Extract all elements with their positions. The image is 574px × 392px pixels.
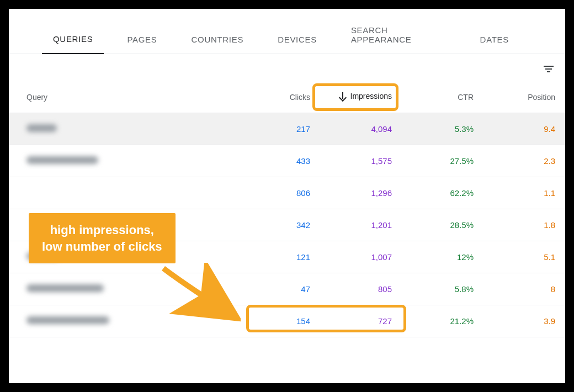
cell-query	[19, 124, 228, 134]
cell-clicks: 433	[228, 156, 310, 166]
cell-ctr: 27.5%	[392, 156, 474, 166]
cell-position: 3.9	[474, 316, 555, 326]
cell-ctr: 28.5%	[392, 220, 474, 230]
table-row[interactable]: 15472721.2%3.9	[9, 305, 565, 337]
cell-position: 1.1	[474, 188, 555, 198]
filter-icon[interactable]	[542, 62, 555, 76]
cell-impressions: 4,094	[310, 124, 392, 134]
tab-search-appearance[interactable]: SEARCH APPEARANCE	[340, 16, 457, 54]
col-header-query[interactable]: Query	[19, 93, 228, 102]
cell-clicks: 121	[228, 252, 310, 262]
arrow-down-icon	[338, 92, 347, 100]
cell-ctr: 5.8%	[392, 284, 474, 294]
cell-clicks: 342	[228, 220, 310, 230]
cell-impressions: 805	[310, 284, 392, 294]
redacted-query-text	[26, 124, 57, 132]
redacted-query-text	[26, 156, 98, 164]
cell-impressions: 727	[310, 316, 392, 326]
table-row[interactable]: 4331,57527.5%2.3	[9, 145, 565, 177]
cell-ctr: 5.3%	[392, 124, 474, 134]
cell-clicks: 154	[228, 316, 310, 326]
col-header-ctr[interactable]: CTR	[392, 93, 474, 102]
search-console-panel: QUERIES PAGES COUNTRIES DEVICES SEARCH A…	[9, 9, 565, 383]
dimension-tabs: QUERIES PAGES COUNTRIES DEVICES SEARCH A…	[9, 9, 565, 54]
cell-query	[19, 156, 228, 166]
filter-row	[9, 54, 565, 81]
table-header: Query Clicks Impressions CTR Position	[9, 81, 565, 113]
cell-position: 1.8	[474, 220, 555, 230]
cell-clicks: 217	[228, 124, 310, 134]
cell-position: 5.1	[474, 252, 555, 262]
tab-devices[interactable]: DEVICES	[267, 25, 328, 54]
tab-pages[interactable]: PAGES	[116, 25, 168, 54]
cell-ctr: 62.2%	[392, 188, 474, 198]
table-row[interactable]: 8061,29662.2%1.1	[9, 177, 565, 209]
cell-ctr: 21.2%	[392, 316, 474, 326]
cell-clicks: 806	[228, 188, 310, 198]
cell-position: 9.4	[474, 124, 555, 134]
table-row[interactable]: 478055.8%8	[9, 273, 565, 305]
tab-countries[interactable]: COUNTRIES	[180, 25, 255, 54]
col-header-impressions-label: Impressions	[350, 92, 392, 100]
col-header-impressions[interactable]: Impressions	[310, 92, 392, 102]
tab-queries[interactable]: QUERIES	[42, 25, 104, 54]
cell-position: 2.3	[474, 156, 555, 166]
cell-impressions: 1,575	[310, 156, 392, 166]
redacted-query-text	[26, 284, 104, 292]
annotation-arrow	[152, 263, 241, 324]
table-row[interactable]: 2174,0945.3%9.4	[9, 113, 565, 145]
cell-impressions: 1,296	[310, 188, 392, 198]
cell-clicks: 47	[228, 284, 310, 294]
col-header-position[interactable]: Position	[474, 93, 555, 102]
performance-table: Query Clicks Impressions CTR Position 21…	[9, 81, 565, 337]
tab-dates[interactable]: DATES	[469, 25, 520, 54]
annotation-callout: high impressions, low number of clicks	[29, 213, 176, 263]
cell-impressions: 1,201	[310, 220, 392, 230]
cell-impressions: 1,007	[310, 252, 392, 262]
col-header-clicks[interactable]: Clicks	[228, 93, 310, 102]
redacted-query-text	[26, 316, 109, 324]
cell-position: 8	[474, 284, 555, 294]
cell-ctr: 12%	[392, 252, 474, 262]
